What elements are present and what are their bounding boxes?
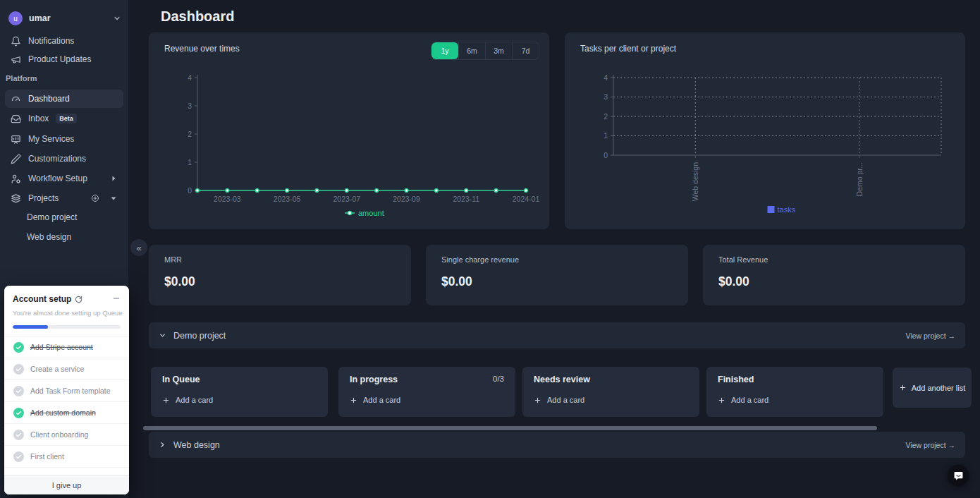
sidebar-item-my-services[interactable]: My Services [5,130,123,148]
check-circle-icon [13,342,24,353]
sidebar-item-label: Demo project [27,212,77,222]
sidebar-item-projects[interactable]: Projects [5,189,123,207]
sidebar-collapse-button[interactable]: « [130,239,147,256]
stat-label: MRR [164,255,182,264]
sidebar-item-label: Dashboard [28,94,70,104]
view-project-link[interactable]: View project → [906,332,955,340]
sidebar-item-label: Notifications [28,36,74,46]
tasks-card: Tasks per client or project 01234Web des… [565,32,965,229]
give-up-button[interactable]: I give up [4,475,129,494]
setup-task-client-onboarding[interactable]: Client onboarding [4,424,129,446]
kanban-column-in-queue: In Queue Add a card [151,367,328,417]
user-gear-icon [11,174,21,184]
layers-icon [11,193,21,204]
stat-value: $0.00 [164,274,195,289]
project-section-name: Demo project [173,331,906,341]
setup-task-label: Create a service [30,365,84,373]
setup-task-custom-domain[interactable]: Add custom domain [4,402,129,424]
check-circle-icon [13,364,24,375]
add-card-label: Add a card [176,396,213,404]
kanban-column-title: In Queue [162,375,317,384]
sidebar-item-label: Product Updates [28,54,91,64]
svg-text:Web design: Web design [691,162,699,201]
stat-value: $0.00 [718,274,749,289]
sidebar-item-inbox[interactable]: Inbox Beta [5,109,123,128]
svg-text:2023-05: 2023-05 [274,195,301,203]
page-title: Dashboard [161,8,234,25]
add-list-label: Add another list [912,384,965,392]
sidebar-item-dashboard[interactable]: Dashboard [5,90,123,108]
plus-icon [162,396,170,404]
plus-icon [350,396,357,404]
svg-text:amount: amount [358,209,384,217]
svg-text:2023-07: 2023-07 [333,195,361,203]
check-circle-icon [13,451,24,462]
megaphone-icon [11,54,21,65]
plus-icon [718,396,725,404]
demo-project-section-header[interactable]: Demo project View project → [149,322,965,348]
add-card-button[interactable]: Add a card [534,396,584,404]
chevron-right-icon [159,441,166,449]
sidebar-item-workflow-setup[interactable]: Workflow Setup [5,169,123,188]
svg-text:0: 0 [604,151,608,159]
svg-text:tasks: tasks [778,205,796,214]
chevron-down-icon [159,332,166,339]
setup-task-add-stripe[interactable]: Add Stripe account [4,336,129,358]
platform-section-label: Platform [6,74,37,83]
bell-icon [11,36,21,47]
chat-widget-button[interactable] [948,465,969,486]
add-card-label: Add a card [363,396,400,404]
stat-label: Single charge revenue [441,255,519,264]
add-card-label: Add a card [731,396,768,404]
check-circle-icon [13,386,24,396]
inbox-icon [11,114,21,124]
sidebar-item-notifications[interactable]: Notifications [0,32,128,49]
view-project-link[interactable]: View project → [906,441,955,449]
sidebar-item-customizations[interactable]: Customizations [5,150,123,168]
kanban-column-in-progress: In progress 0/3 Add a card [338,367,515,417]
kanban-column-count: 0/3 [493,375,504,383]
svg-text:3: 3 [604,92,608,101]
sidebar-item-web-design[interactable]: Web design [0,229,128,245]
sidebar-item-label: Inbox [28,114,49,123]
setup-task-list: Add Stripe account Create a service Add … [4,336,129,468]
add-card-button[interactable]: Add a card [162,396,213,404]
add-another-list-button[interactable]: Add another list [893,368,972,408]
svg-text:2023-03: 2023-03 [214,195,241,203]
add-card-button[interactable]: Add a card [350,396,400,404]
revenue-line-chart: 012342023-032023-052023-072023-092023-11… [149,32,549,229]
sidebar-item-product-updates[interactable]: Product Updates [0,51,128,68]
web-design-section-header[interactable]: Web design View project → [149,432,965,458]
account-setup-popup: Account setup You're almost done setting… [4,285,130,495]
setup-task-create-service[interactable]: Create a service [4,358,129,380]
svg-text:2023-11: 2023-11 [453,195,479,203]
svg-text:2023-09: 2023-09 [393,195,420,203]
stat-label: Total Revenue [718,255,768,264]
minimize-icon[interactable] [112,294,121,303]
svg-text:4: 4 [604,73,608,82]
add-project-icon[interactable] [91,194,99,202]
beta-badge: Beta [56,114,77,123]
setup-task-label: Client onboarding [30,430,88,439]
svg-text:Demo pr...: Demo pr... [855,162,864,196]
setup-task-label: Add Task Form template [30,387,111,395]
sidebar-item-label: Web design [27,232,71,242]
tasks-bar-chart: 01234Web designDemo pr...tasks [565,32,965,229]
plus-icon [899,384,907,391]
stat-value: $0.00 [441,274,472,289]
kanban-column-needs-review: Needs review Add a card [522,367,699,417]
refresh-icon[interactable] [75,296,82,303]
plus-icon [534,396,541,404]
chevron-right-icon [109,174,118,183]
setup-task-task-form[interactable]: Add Task Form template [4,380,129,402]
stat-card-mrr: MRR $0.00 [149,245,411,305]
check-circle-icon [13,408,24,418]
add-card-button[interactable]: Add a card [718,396,768,404]
setup-progress-bar [13,325,121,329]
horizontal-scrollbar-thumb[interactable] [143,426,877,430]
user-menu[interactable]: u umar [8,10,121,27]
svg-text:2: 2 [604,112,608,121]
caret-down-icon[interactable] [109,194,118,202]
setup-task-first-client[interactable]: First client [4,446,129,468]
sidebar-item-demo-project[interactable]: Demo project [0,209,128,226]
